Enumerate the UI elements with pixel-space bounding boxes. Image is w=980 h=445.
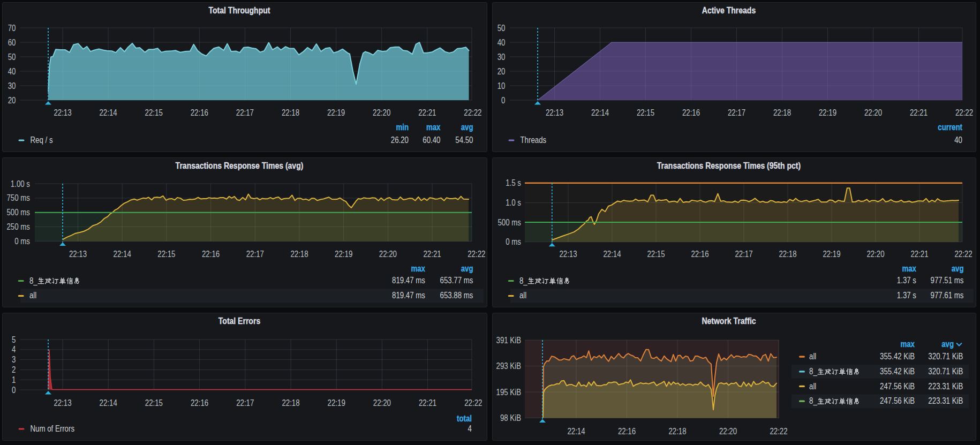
svg-text:22:17: 22:17: [735, 250, 752, 259]
svg-text:22:19: 22:19: [819, 108, 836, 117]
svg-text:320.71 KiB: 320.71 KiB: [928, 367, 963, 376]
svg-text:max: max: [426, 123, 441, 132]
svg-text:500 ms: 500 ms: [497, 218, 521, 227]
svg-text:22:19: 22:19: [335, 250, 352, 259]
svg-text:all: all: [809, 382, 816, 391]
svg-text:Threads: Threads: [521, 135, 547, 145]
svg-text:22:18: 22:18: [282, 108, 299, 117]
svg-text:50: 50: [497, 23, 506, 32]
svg-text:750 ms: 750 ms: [6, 193, 30, 202]
svg-text:22:19: 22:19: [327, 108, 345, 117]
svg-text:26.20: 26.20: [391, 135, 409, 145]
svg-text:223.31 KiB: 223.31 KiB: [928, 396, 963, 405]
svg-text:current: current: [938, 123, 962, 132]
svg-text:22:22: 22:22: [770, 427, 787, 436]
svg-text:1.5 s: 1.5 s: [506, 178, 521, 187]
svg-text:22:14: 22:14: [591, 108, 609, 117]
svg-text:max: max: [900, 340, 915, 349]
svg-text:5: 5: [12, 335, 16, 344]
svg-text:22:22: 22:22: [464, 398, 482, 408]
svg-text:250 ms: 250 ms: [6, 222, 30, 231]
svg-text:2: 2: [12, 365, 16, 374]
svg-text:Active Threads: Active Threads: [702, 5, 756, 15]
svg-text:22:17: 22:17: [728, 108, 745, 117]
svg-text:22:21: 22:21: [418, 108, 436, 117]
svg-text:0: 0: [501, 95, 505, 104]
svg-text:Total Errors: Total Errors: [218, 316, 260, 326]
svg-text:22:13: 22:13: [54, 108, 71, 117]
svg-text:20: 20: [8, 95, 16, 104]
svg-text:22:18: 22:18: [773, 108, 791, 117]
svg-text:max: max: [411, 264, 425, 273]
svg-text:all: all: [519, 291, 526, 300]
svg-text:1.00 s: 1.00 s: [11, 179, 30, 188]
svg-text:20: 20: [497, 66, 506, 76]
svg-text:0 ms: 0 ms: [14, 237, 30, 246]
svg-text:4: 4: [468, 424, 472, 433]
svg-text:40: 40: [497, 37, 506, 47]
svg-text:22:16: 22:16: [202, 250, 220, 259]
svg-text:500 ms: 500 ms: [6, 208, 30, 217]
svg-text:1.37 s: 1.37 s: [897, 276, 916, 285]
svg-text:8_: 8_: [809, 367, 818, 376]
svg-text:all: all: [809, 352, 816, 361]
svg-text:293 KiB: 293 KiB: [496, 361, 522, 371]
svg-text:Num of Errors: Num of Errors: [31, 424, 75, 433]
svg-text:22:22: 22:22: [468, 250, 485, 259]
svg-text:avg: avg: [461, 123, 473, 132]
svg-text:22:20: 22:20: [373, 108, 390, 117]
svg-text:223.31 KiB: 223.31 KiB: [928, 382, 963, 391]
svg-text:avg: avg: [952, 264, 964, 273]
svg-text:22:16: 22:16: [618, 427, 636, 436]
svg-text:22:20: 22:20: [379, 250, 397, 259]
svg-text:Total Throughput: Total Throughput: [209, 5, 270, 15]
svg-text:Transactions Response Times (9: Transactions Response Times (95th pct): [657, 161, 801, 170]
svg-text:max: max: [902, 264, 916, 273]
svg-text:70: 70: [8, 23, 16, 32]
svg-text:977.51 ms: 977.51 ms: [931, 276, 964, 285]
svg-text:3: 3: [12, 355, 16, 364]
svg-text:247.56 KiB: 247.56 KiB: [880, 396, 915, 405]
svg-text:22:18: 22:18: [668, 427, 686, 436]
svg-text:Req / s: Req / s: [31, 135, 53, 145]
svg-text:98 KiB: 98 KiB: [500, 413, 521, 423]
svg-text:22:22: 22:22: [464, 108, 481, 117]
svg-text:all: all: [29, 291, 36, 300]
svg-text:22:15: 22:15: [647, 250, 665, 259]
svg-text:40: 40: [954, 135, 962, 145]
svg-text:22:19: 22:19: [328, 398, 345, 408]
svg-text:22:20: 22:20: [864, 108, 882, 117]
svg-text:60: 60: [8, 37, 16, 47]
svg-text:22:13: 22:13: [546, 108, 563, 117]
svg-text:0: 0: [12, 385, 16, 394]
svg-text:8_: 8_: [29, 276, 38, 285]
svg-text:Network Traffic: Network Traffic: [702, 316, 756, 326]
svg-text:1: 1: [12, 375, 16, 384]
svg-text:22:14: 22:14: [99, 108, 117, 117]
svg-text:22:21: 22:21: [419, 398, 436, 408]
svg-text:22:15: 22:15: [637, 108, 654, 117]
svg-text:10: 10: [497, 81, 506, 90]
svg-text:0 ms: 0 ms: [506, 237, 521, 246]
svg-text:30: 30: [497, 52, 506, 61]
svg-text:391 KiB: 391 KiB: [496, 335, 522, 344]
svg-text:22:14: 22:14: [114, 250, 131, 259]
svg-text:22:14: 22:14: [100, 398, 117, 408]
svg-text:1.0 s: 1.0 s: [506, 198, 521, 207]
svg-text:Transactions Response Times (a: Transactions Response Times (avg): [176, 161, 304, 170]
svg-text:1.37 s: 1.37 s: [897, 291, 916, 300]
svg-text:977.61 ms: 977.61 ms: [931, 291, 964, 300]
svg-text:22:21: 22:21: [910, 108, 928, 117]
svg-text:total: total: [457, 414, 472, 423]
svg-text:22:20: 22:20: [373, 398, 391, 408]
svg-text:22:13: 22:13: [69, 250, 87, 259]
svg-text:22:13: 22:13: [559, 250, 577, 259]
svg-text:22:18: 22:18: [290, 250, 308, 259]
svg-text:22:21: 22:21: [910, 250, 928, 259]
svg-text:min: min: [396, 123, 409, 132]
svg-text:22:20: 22:20: [719, 427, 737, 436]
svg-text:22:20: 22:20: [866, 250, 884, 259]
svg-text:653.77 ms: 653.77 ms: [440, 276, 473, 285]
svg-text:22:16: 22:16: [191, 398, 208, 408]
svg-text:819.47 ms: 819.47 ms: [392, 276, 425, 285]
